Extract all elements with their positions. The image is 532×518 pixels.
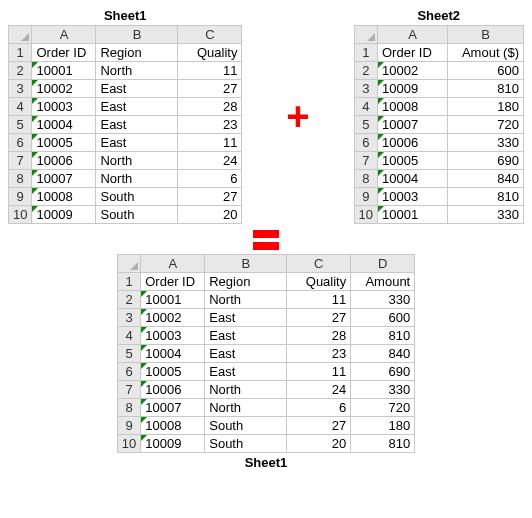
cell[interactable]: 10004 xyxy=(141,345,205,363)
cell[interactable]: Quality xyxy=(287,273,351,291)
select-all-corner[interactable] xyxy=(117,255,140,273)
cell[interactable]: South xyxy=(205,417,287,435)
cell[interactable]: North xyxy=(205,291,287,309)
cell[interactable]: 720 xyxy=(351,399,415,417)
cell[interactable]: East xyxy=(96,116,178,134)
cell[interactable]: 10009 xyxy=(378,80,448,98)
col-header[interactable]: B xyxy=(96,26,178,44)
cell[interactable]: East xyxy=(96,134,178,152)
cell[interactable]: 10005 xyxy=(141,363,205,381)
cell[interactable]: Region xyxy=(205,273,287,291)
cell[interactable]: 10006 xyxy=(141,381,205,399)
cell[interactable]: Amount xyxy=(351,273,415,291)
cell[interactable]: 10004 xyxy=(378,170,448,188)
cell[interactable]: 10002 xyxy=(378,62,448,80)
row-header[interactable]: 8 xyxy=(117,399,140,417)
row-header[interactable]: 6 xyxy=(9,134,32,152)
cell[interactable]: 10001 xyxy=(141,291,205,309)
row-header[interactable]: 5 xyxy=(354,116,377,134)
row-header[interactable]: 8 xyxy=(9,170,32,188)
row-header[interactable]: 7 xyxy=(117,381,140,399)
row-header[interactable]: 9 xyxy=(117,417,140,435)
sheet2-grid[interactable]: A B 1 Order ID Amout ($) 210002600 31000… xyxy=(354,25,524,224)
cell[interactable]: 10008 xyxy=(32,188,96,206)
col-header[interactable]: A xyxy=(32,26,96,44)
cell[interactable]: 10003 xyxy=(378,188,448,206)
cell[interactable]: 10009 xyxy=(32,206,96,224)
row-header[interactable]: 3 xyxy=(354,80,377,98)
cell[interactable]: 10001 xyxy=(378,206,448,224)
cell[interactable]: 6 xyxy=(178,170,242,188)
cell[interactable]: 24 xyxy=(287,381,351,399)
cell[interactable]: 810 xyxy=(351,435,415,453)
cell[interactable]: 810 xyxy=(351,327,415,345)
cell[interactable]: 28 xyxy=(287,327,351,345)
cell[interactable]: 180 xyxy=(351,417,415,435)
cell[interactable]: 11 xyxy=(287,363,351,381)
cell[interactable]: 11 xyxy=(178,134,242,152)
cell[interactable]: 10007 xyxy=(32,170,96,188)
cell[interactable]: 27 xyxy=(178,80,242,98)
row-header[interactable]: 10 xyxy=(354,206,377,224)
cell[interactable]: Amout ($) xyxy=(448,44,524,62)
cell[interactable]: 10007 xyxy=(141,399,205,417)
row-header[interactable]: 2 xyxy=(354,62,377,80)
cell[interactable]: 20 xyxy=(178,206,242,224)
cell[interactable]: East xyxy=(205,309,287,327)
row-header[interactable]: 5 xyxy=(117,345,140,363)
cell[interactable]: Quality xyxy=(178,44,242,62)
cell[interactable]: 10004 xyxy=(32,116,96,134)
cell[interactable]: 10002 xyxy=(141,309,205,327)
cell[interactable]: 10007 xyxy=(378,116,448,134)
cell[interactable]: 810 xyxy=(448,80,524,98)
col-header[interactable]: B xyxy=(448,26,524,44)
cell[interactable]: 330 xyxy=(448,206,524,224)
row-header[interactable]: 3 xyxy=(9,80,32,98)
row-header[interactable]: 10 xyxy=(117,435,140,453)
cell[interactable]: Order ID xyxy=(378,44,448,62)
cell[interactable]: 330 xyxy=(351,291,415,309)
row-header[interactable]: 4 xyxy=(354,98,377,116)
cell[interactable]: 10006 xyxy=(378,134,448,152)
cell[interactable]: 840 xyxy=(448,170,524,188)
cell[interactable]: 28 xyxy=(178,98,242,116)
cell[interactable]: 24 xyxy=(178,152,242,170)
row-header[interactable]: 1 xyxy=(354,44,377,62)
col-header[interactable]: C xyxy=(287,255,351,273)
cell[interactable]: Order ID xyxy=(32,44,96,62)
cell[interactable]: 810 xyxy=(448,188,524,206)
result-grid[interactable]: A B C D 1 Order ID Region Quality Amount… xyxy=(117,254,415,453)
cell[interactable]: 10009 xyxy=(141,435,205,453)
cell[interactable]: 27 xyxy=(287,417,351,435)
cell[interactable]: East xyxy=(205,327,287,345)
row-header[interactable]: 6 xyxy=(354,134,377,152)
col-header[interactable]: B xyxy=(205,255,287,273)
row-header[interactable]: 10 xyxy=(9,206,32,224)
cell[interactable]: North xyxy=(205,381,287,399)
cell[interactable]: 6 xyxy=(287,399,351,417)
cell[interactable]: 600 xyxy=(351,309,415,327)
cell[interactable]: 10001 xyxy=(32,62,96,80)
cell[interactable]: 180 xyxy=(448,98,524,116)
cell[interactable]: 10005 xyxy=(378,152,448,170)
row-header[interactable]: 1 xyxy=(9,44,32,62)
row-header[interactable]: 1 xyxy=(117,273,140,291)
cell[interactable]: 23 xyxy=(178,116,242,134)
cell[interactable]: 20 xyxy=(287,435,351,453)
cell[interactable]: 27 xyxy=(178,188,242,206)
row-header[interactable]: 7 xyxy=(354,152,377,170)
cell[interactable]: South xyxy=(205,435,287,453)
col-header[interactable]: C xyxy=(178,26,242,44)
row-header[interactable]: 3 xyxy=(117,309,140,327)
row-header[interactable]: 2 xyxy=(9,62,32,80)
cell[interactable]: Region xyxy=(96,44,178,62)
cell[interactable]: 10003 xyxy=(32,98,96,116)
cell[interactable]: 10003 xyxy=(141,327,205,345)
cell[interactable]: 10002 xyxy=(32,80,96,98)
cell[interactable]: South xyxy=(96,188,178,206)
cell[interactable]: 10006 xyxy=(32,152,96,170)
col-header[interactable]: A xyxy=(141,255,205,273)
select-all-corner[interactable] xyxy=(9,26,32,44)
cell[interactable]: 690 xyxy=(351,363,415,381)
cell[interactable]: 10008 xyxy=(141,417,205,435)
